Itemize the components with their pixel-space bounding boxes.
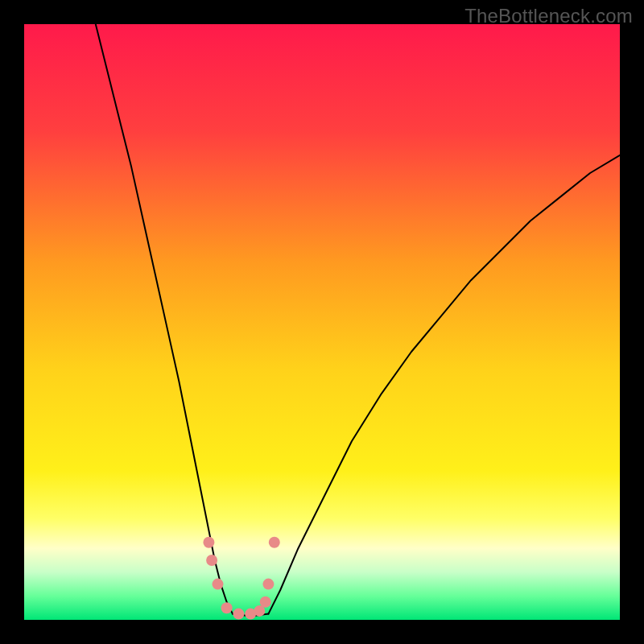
chart-outer-frame: TheBottleneck.com [0,0,644,644]
watermark-text: TheBottleneck.com [464,5,633,27]
plot-canvas [24,24,620,620]
plot-area [24,24,620,620]
